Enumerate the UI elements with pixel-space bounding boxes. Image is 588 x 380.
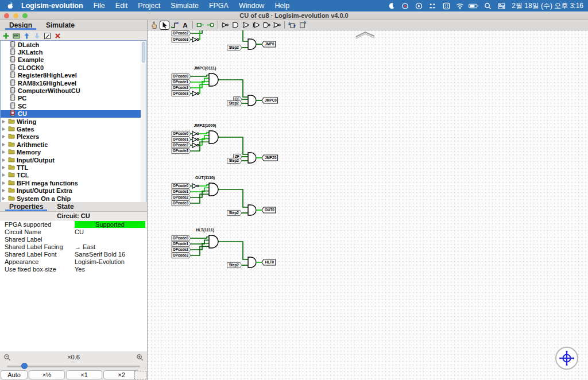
expander-icon[interactable] [1, 119, 6, 124]
menu-item-simulate[interactable]: Simulate [165, 2, 204, 10]
zoom-controls: ×0.6 Auto×½×1×2 [0, 351, 147, 380]
properties-header: Circuit: CU [0, 212, 147, 220]
input-pin-icon[interactable] [195, 21, 205, 30]
schematic-drawing[interactable]: OPcode0OPcode1OPcode2OPcode3CFStep2JMPC0… [148, 30, 588, 380]
not-gate-icon[interactable] [220, 21, 230, 30]
zoom-slider-thumb[interactable] [21, 363, 28, 369]
tree-item-ttl[interactable]: TTL [1, 164, 146, 171]
tree-item-example[interactable]: Example [1, 56, 146, 64]
property-value[interactable]: → East [75, 243, 147, 250]
tree-item-register8highlevel[interactable]: Register8HighLevel [1, 72, 146, 79]
tree-item-sc[interactable]: SC [1, 102, 146, 110]
move-up-icon[interactable] [23, 32, 30, 40]
move-down-icon[interactable] [33, 32, 41, 40]
control-center-icon[interactable] [494, 1, 508, 11]
zoom-in-icon[interactable] [136, 354, 144, 361]
tab-state[interactable]: State [50, 202, 80, 211]
expander-icon[interactable] [1, 158, 6, 162]
zoom-button-auto[interactable]: Auto [1, 370, 28, 379]
menu-item-logisim-evolution[interactable]: Logisim-evolution [16, 2, 88, 10]
tab-properties[interactable]: Properties [2, 202, 50, 211]
tree-item-ram8x16highlevel[interactable]: RAM8x16HighLevel [1, 79, 146, 87]
poke-tool-icon[interactable] [149, 21, 159, 30]
property-value[interactable]: Logisim-Evolution [75, 258, 147, 265]
people-icon[interactable] [425, 1, 439, 11]
add-icon[interactable] [2, 32, 10, 40]
expander-icon[interactable] [1, 127, 6, 131]
menubar-clock[interactable]: 2월 18일 (수) 오후 3:16 [512, 1, 583, 11]
battery-icon[interactable] [467, 1, 481, 11]
menu-item-project[interactable]: Project [133, 2, 165, 10]
tree-item-memory[interactable]: Memory [1, 148, 146, 156]
zoom-button-preset-1[interactable]: ×½ [29, 370, 65, 379]
tree-item-tcl[interactable]: TCL [1, 172, 146, 179]
property-label: Shared Label Facing [0, 243, 75, 250]
tree-item-dlatch[interactable]: DLatch [1, 41, 146, 48]
tree-item-cu[interactable]: CU [1, 110, 146, 118]
search-icon[interactable] [481, 1, 494, 11]
expander-icon[interactable] [1, 188, 6, 193]
tab-simulate[interactable]: Simulate [39, 20, 82, 30]
menu-item-help[interactable]: Help [269, 2, 295, 10]
tree-item-plexers[interactable]: Plexers [1, 133, 146, 141]
menu-item-fpga[interactable]: FPGA [204, 2, 234, 10]
add-vhdl-icon[interactable] [13, 32, 20, 40]
property-value[interactable]: CU [75, 228, 147, 235]
tree-item-arithmetic[interactable]: Arithmetic [1, 141, 146, 148]
delete-icon[interactable] [54, 32, 61, 40]
tree-item-input-output[interactable]: Input/Output [1, 156, 146, 164]
menu-item-file[interactable]: File [88, 2, 110, 10]
add-vhdl-chip-icon[interactable] [297, 21, 307, 30]
tree-item-bfh-mega-functions[interactable]: BFH mega functions [1, 179, 146, 187]
ime-icon[interactable] [439, 1, 453, 11]
expander-icon[interactable] [1, 165, 6, 170]
record-icon[interactable] [398, 1, 412, 11]
zoom-out-icon[interactable] [3, 354, 11, 361]
tree-item-jklatch[interactable]: JKLatch [1, 48, 146, 56]
zoom-button-preset-2[interactable]: ×1 [66, 370, 102, 379]
tree-scrollbar-thumb[interactable] [142, 42, 145, 63]
add-circuit-icon[interactable] [287, 21, 297, 30]
tree-scrollbar[interactable] [141, 41, 146, 202]
select-tool-icon[interactable] [160, 21, 169, 30]
tree-item-clock0[interactable]: CLOCK0 [1, 64, 146, 71]
resize-corner[interactable] [134, 371, 146, 379]
expander-icon[interactable] [1, 134, 6, 139]
tree-item-wiring[interactable]: Wiring [1, 118, 146, 125]
tree-item-computerwithoutcu[interactable]: ComputerWithoutCU [1, 87, 146, 94]
menu-item-edit[interactable]: Edit [110, 2, 133, 10]
property-value[interactable]: SansSerif Bold 16 [75, 251, 147, 258]
edit-icon[interactable] [44, 32, 51, 40]
expander-icon[interactable] [1, 181, 6, 185]
schematic-canvas[interactable]: OPcode0OPcode1OPcode2OPcode3CFStep2JMPC0… [148, 30, 588, 380]
or-gate-icon[interactable] [241, 21, 251, 30]
tree-item-pc[interactable]: PC [1, 95, 146, 102]
tree-item-gates[interactable]: Gates [1, 125, 146, 133]
circuit-tree[interactable]: DLatchJKLatchExampleCLOCK0Register8HighL… [1, 41, 146, 202]
menu-item-window[interactable]: Window [234, 2, 269, 10]
nor-gate-icon[interactable] [272, 21, 282, 30]
xor-gate-icon[interactable] [252, 21, 261, 30]
tree-item-input-output-extra[interactable]: Input/Output Extra [1, 187, 146, 194]
wifi-icon[interactable] [453, 1, 467, 11]
crescent-icon[interactable] [384, 1, 398, 11]
property-row: Shared Label [0, 235, 147, 243]
output-pin-icon[interactable] [206, 21, 215, 30]
center-view-button[interactable] [555, 347, 578, 370]
play-circle-icon[interactable] [412, 1, 425, 11]
nand-gate-icon[interactable] [262, 21, 272, 30]
tab-design[interactable]: Design [2, 20, 39, 30]
expander-icon[interactable] [1, 196, 6, 201]
expander-icon[interactable] [1, 142, 6, 147]
expander-icon[interactable] [1, 150, 6, 154]
text-tool-icon[interactable]: A [180, 21, 190, 30]
property-value[interactable]: Supported [75, 221, 145, 228]
wiring-tool-icon[interactable] [170, 21, 180, 30]
zoom-slider[interactable] [7, 363, 140, 370]
property-value[interactable]: Yes [75, 266, 147, 273]
and-gate-icon[interactable] [231, 21, 241, 30]
window-title-bar[interactable]: CU of cu8 · Logisim-evolution v4.0.0 [0, 11, 588, 20]
tree-item-system-on-a-chip[interactable]: System On a Chip [1, 195, 146, 202]
expander-icon[interactable] [1, 173, 6, 177]
apple-icon[interactable] [5, 2, 16, 10]
